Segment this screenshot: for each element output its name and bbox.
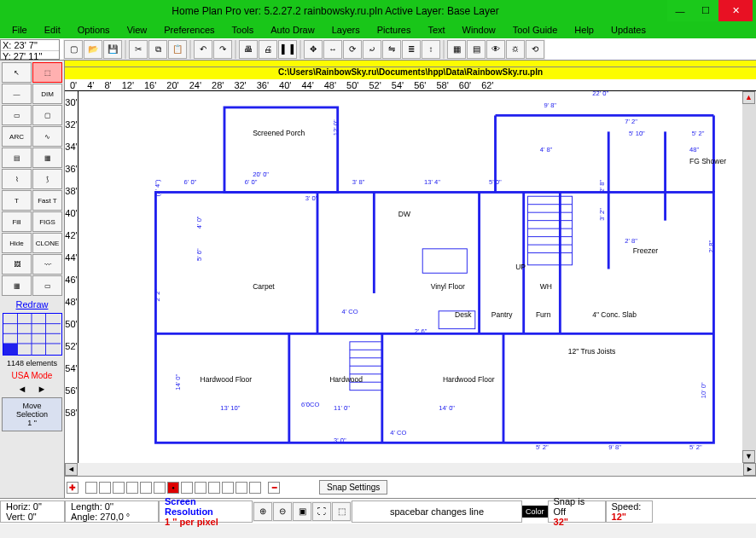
snap-plus[interactable]: ✚ [67, 482, 79, 494]
chevron-right-icon[interactable]: ► [38, 384, 47, 394]
floor-plan[interactable]: Screened PorchCarpetVinyl FloorPantryFur… [79, 91, 742, 463]
menu-edit[interactable]: Edit [38, 23, 67, 37]
paste-icon[interactable]: 📋 [168, 40, 187, 59]
scrollbar-horizontal[interactable]: ◄ ► [65, 463, 756, 476]
snap-dot-10[interactable] [222, 482, 234, 494]
tool-grid[interactable]: ▦ [2, 275, 32, 296]
snap-dot-8[interactable] [195, 482, 206, 494]
zoom-fit-icon[interactable]: ▣ [293, 502, 311, 521]
tool-pointer[interactable]: ↖ [2, 62, 32, 83]
maximize-button[interactable]: ☐ [693, 0, 718, 21]
ruler-vertical[interactable]: 30'32'34'36'38'40'42'44'46'48'50'52'54'5… [65, 91, 79, 463]
move-h-icon[interactable]: ↔ [323, 40, 342, 59]
undo-icon[interactable]: ↶ [194, 40, 212, 59]
pattern-preview[interactable] [3, 313, 62, 356]
open-icon[interactable]: 📂 [84, 40, 102, 59]
tool-arc[interactable]: ARC [2, 126, 32, 147]
tool-figs[interactable]: FIGS [32, 211, 62, 232]
new-icon[interactable]: ▢ [64, 40, 83, 59]
close-button[interactable]: ✕ [718, 0, 753, 21]
eye-icon[interactable]: 👁 [486, 40, 505, 59]
tool-rect[interactable]: ▭ [2, 105, 32, 125]
snap-dot-2[interactable] [113, 482, 125, 494]
snap-dot-1[interactable] [99, 482, 111, 494]
snap-settings-button[interactable]: Snap Settings [319, 480, 387, 495]
mirror-icon[interactable]: ⇋ [382, 40, 401, 59]
cut-icon[interactable]: ✂ [129, 40, 148, 59]
menu-text[interactable]: Text [421, 23, 451, 37]
rotate-90-icon[interactable]: ⤾ [363, 40, 381, 59]
snap-dot-3[interactable] [126, 482, 138, 494]
redraw-button[interactable]: Redraw [0, 298, 64, 311]
snap-dot-6[interactable] [167, 482, 179, 494]
snap-dot-7[interactable] [181, 482, 193, 494]
minimize-button[interactable]: — [667, 0, 693, 21]
menu-tool-guide[interactable]: Tool Guide [506, 23, 565, 37]
scroll-down-button[interactable]: ▼ [742, 450, 755, 463]
usa-mode-label[interactable]: USA Mode [0, 369, 64, 382]
door-icon[interactable]: ▌▐ [278, 40, 297, 59]
menu-auto-draw[interactable]: Auto Draw [264, 23, 321, 37]
rotate-icon[interactable]: ⟳ [343, 40, 362, 59]
snap-dot-4[interactable] [140, 482, 152, 494]
tool-text[interactable]: T [2, 190, 32, 211]
copy-icon[interactable]: ⧉ [148, 40, 167, 59]
scale-icon[interactable]: ↕ [422, 40, 440, 59]
tool-curve[interactable]: ⟆ [32, 169, 62, 189]
printer-icon[interactable]: 🖨 [259, 40, 277, 59]
tool-window[interactable]: ▦ [32, 148, 62, 168]
grid-icon[interactable]: ▤ [467, 40, 486, 59]
menu-window[interactable]: Window [456, 23, 503, 37]
menu-file[interactable]: File [5, 23, 34, 37]
snap-dot-9[interactable] [208, 482, 220, 494]
tool-select-rect[interactable]: ⬚ [32, 62, 62, 83]
menu-help[interactable]: Help [567, 23, 601, 37]
menu-layers[interactable]: Layers [325, 23, 367, 37]
tool-measure[interactable]: ▭ [32, 275, 62, 296]
zoom-out-icon[interactable]: ⊖ [273, 502, 292, 521]
tool-spline[interactable]: ∿ [32, 126, 62, 147]
chevron-left-icon[interactable]: ◄ [18, 384, 27, 394]
scroll-up-button[interactable]: ▲ [742, 91, 755, 104]
tool-stairs[interactable]: ▤ [2, 148, 32, 168]
tool-clone[interactable]: CLONE [32, 233, 62, 253]
zoom-in-icon[interactable]: ⊕ [253, 502, 272, 521]
tool-line[interactable]: — [2, 84, 32, 104]
tool-image[interactable]: 🖼 [2, 254, 32, 275]
snap-minus[interactable]: ━ [268, 482, 280, 494]
align-icon[interactable]: ≣ [402, 40, 421, 59]
scroll-left-button[interactable]: ◄ [65, 463, 78, 476]
menu-view[interactable]: View [120, 23, 154, 37]
grid-color-icon[interactable]: ▦ [447, 40, 466, 59]
prefs-icon[interactable]: ⛭ [506, 40, 525, 59]
zoom-extent-icon[interactable]: ⬚ [332, 502, 351, 521]
save-icon[interactable]: 💾 [103, 40, 122, 59]
ruler-horizontal[interactable]: 0'4'8'12'16'20'24'28'32'36'40'44'48'50'5… [65, 79, 756, 91]
snap-dot-12[interactable] [249, 482, 261, 494]
move-arrows-icon[interactable]: ✥ [304, 40, 323, 59]
scrollbar-vertical[interactable]: ▲ ▼ [742, 91, 756, 463]
menu-options[interactable]: Options [71, 23, 117, 37]
drawing-canvas[interactable]: Screened PorchCarpetVinyl FloorPantryFur… [79, 91, 742, 463]
tool-polyline[interactable]: ⌇ [2, 169, 32, 189]
menu-tools[interactable]: Tools [225, 23, 261, 37]
snap-dot-5[interactable] [154, 482, 166, 494]
color-button[interactable]: Color [522, 506, 548, 518]
print-icon[interactable]: 🖶 [239, 40, 258, 59]
move-selection-button[interactable]: Move Selection 1 " [2, 397, 62, 431]
snap-dot-11[interactable] [236, 482, 247, 494]
menu-pictures[interactable]: Pictures [370, 23, 418, 37]
redo-icon[interactable]: ↷ [213, 40, 232, 59]
tool-freehand[interactable]: 〰 [32, 254, 62, 275]
tool-fast-text[interactable]: Fast T [32, 190, 62, 211]
scroll-right-button[interactable]: ► [743, 463, 756, 476]
menu-updates[interactable]: Updates [604, 23, 653, 37]
tool-rect2[interactable]: ▢ [32, 105, 62, 125]
tool-dim[interactable]: DIM [32, 84, 62, 104]
tool-hide[interactable]: Hide [2, 233, 32, 253]
snap-dot-0[interactable] [85, 482, 97, 494]
undo-circled-icon[interactable]: ⟲ [526, 40, 544, 59]
zoom-window-icon[interactable]: ⛶ [312, 502, 331, 521]
tool-fill[interactable]: Fill [2, 211, 32, 232]
menu-preferences[interactable]: Preferences [157, 23, 221, 37]
